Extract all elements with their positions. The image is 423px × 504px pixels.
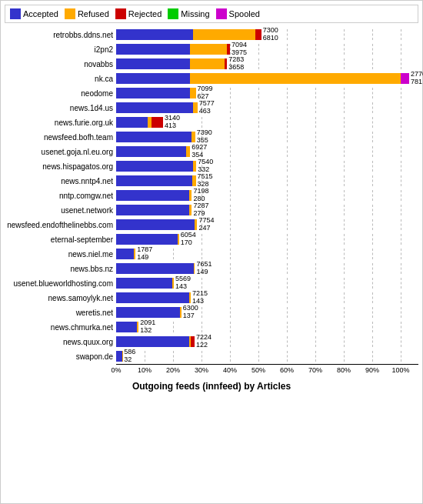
grid-line (372, 117, 373, 128)
legend-label: Refused (78, 9, 109, 18)
grid-line (401, 88, 401, 98)
grid-line (173, 351, 174, 362)
grid-line (258, 278, 259, 289)
row-label: retrobbs.ddns.net (5, 31, 116, 39)
grid-line (315, 307, 316, 318)
grid-line (258, 190, 259, 201)
grid-line (344, 263, 345, 274)
grid-line (372, 292, 373, 303)
grid-line (401, 249, 401, 259)
grid-line (315, 175, 316, 186)
legend-color (115, 8, 126, 19)
bar-segment-refused (190, 44, 227, 55)
grid-line (372, 58, 373, 69)
legend-item-accepted: Accepted (10, 8, 58, 19)
grid-line (372, 263, 373, 274)
grid-line (372, 161, 373, 172)
grid-line (258, 205, 259, 215)
grid-line (258, 249, 259, 259)
bar-wrapper: 7099627 (116, 88, 401, 98)
grid-line (315, 29, 316, 40)
grid-line (287, 219, 288, 230)
x-tick: 40% (223, 366, 237, 374)
table-row: news.nntp4.net7515328 (5, 174, 418, 188)
grid-line (258, 219, 259, 230)
bar-segment-accepted (116, 234, 178, 245)
val2: 247 (198, 225, 214, 232)
grid-line (315, 322, 316, 332)
grid-line (287, 44, 288, 55)
grid-line (287, 336, 288, 347)
grid-line (372, 190, 373, 201)
grid-line (230, 205, 231, 215)
val2: 149 (137, 254, 152, 262)
bar-segment-refused (193, 161, 196, 172)
bar-segment-accepted (116, 102, 193, 113)
legend-label: Spooled (229, 9, 260, 18)
grid-line (315, 234, 316, 245)
bar-value-label: 7577463 (199, 100, 215, 115)
grid-line (315, 58, 316, 69)
bar-value-label: 7099627 (198, 85, 213, 101)
bars-flex: 7215143 (116, 292, 208, 303)
grid-line (287, 146, 288, 157)
bar-value-label: 2091132 (140, 319, 155, 335)
bar-value-label: 7390355 (197, 129, 212, 145)
grid-line (287, 351, 288, 362)
bar-value-label: 5569143 (175, 275, 191, 291)
grid-line (344, 292, 345, 303)
grid-line (230, 190, 231, 201)
bar-value-label: 1787149 (137, 246, 152, 262)
bar-value-label: 7287279 (193, 202, 208, 218)
table-row: nk.ca27705781 (5, 72, 418, 85)
bar-value-label: 73006810 (263, 27, 278, 42)
bar-segment-refused (189, 205, 192, 215)
bars-flex: 70943975 (116, 44, 247, 55)
grid-line (315, 351, 316, 362)
grid-line (344, 132, 345, 142)
bar-wrapper: 3140413 (116, 117, 401, 128)
grid-line (258, 117, 259, 128)
grid-line (315, 88, 316, 98)
bars-flex: 7099627 (116, 88, 213, 98)
table-row: retrobbs.ddns.net73006810 (5, 28, 418, 42)
grid-line (287, 278, 288, 289)
x-tick: 70% (308, 366, 322, 374)
row-label: news.chmurka.net (5, 323, 116, 332)
grid-line (145, 351, 145, 362)
grid-line (230, 336, 231, 347)
grid-line (401, 132, 401, 142)
grid-line (258, 161, 259, 172)
table-row: news.chmurka.net2091132 (5, 320, 418, 334)
bar-segment-refused (178, 234, 179, 245)
grid-line (230, 322, 231, 332)
bar-segment-refused (180, 307, 182, 318)
bar-value-label: 7224122 (196, 334, 212, 349)
bars-flex: 6927354 (116, 146, 207, 157)
table-row: usenet.blueworldhosting.com5569143 (5, 276, 418, 290)
grid-line (315, 205, 316, 215)
grid-line (230, 307, 231, 318)
bar-segment-refused (190, 88, 195, 98)
grid-line (287, 292, 288, 303)
grid-line (401, 102, 401, 113)
bar-wrapper: 7754247 (116, 219, 401, 230)
grid-line (315, 219, 316, 230)
grid-line (401, 219, 401, 230)
grid-line (287, 205, 288, 215)
bars-flex: 7390355 (116, 132, 212, 142)
grid-line (315, 117, 316, 128)
row-label: eternal-september (5, 235, 116, 244)
table-row: usenet.goja.nl.eu.org6927354 (5, 145, 418, 159)
bars-flex: 3140413 (116, 117, 180, 128)
grid-line (287, 132, 288, 142)
bar-value-label: 7754247 (198, 217, 214, 232)
bar-segment-accepted (116, 44, 190, 55)
bars-flex: 7515328 (116, 175, 213, 186)
grid-line (315, 161, 316, 172)
row-label: news.1d4.us (5, 104, 116, 112)
grid-line (230, 117, 231, 128)
grid-line (401, 161, 401, 172)
grid-line (315, 132, 316, 142)
grid-line (344, 351, 345, 362)
